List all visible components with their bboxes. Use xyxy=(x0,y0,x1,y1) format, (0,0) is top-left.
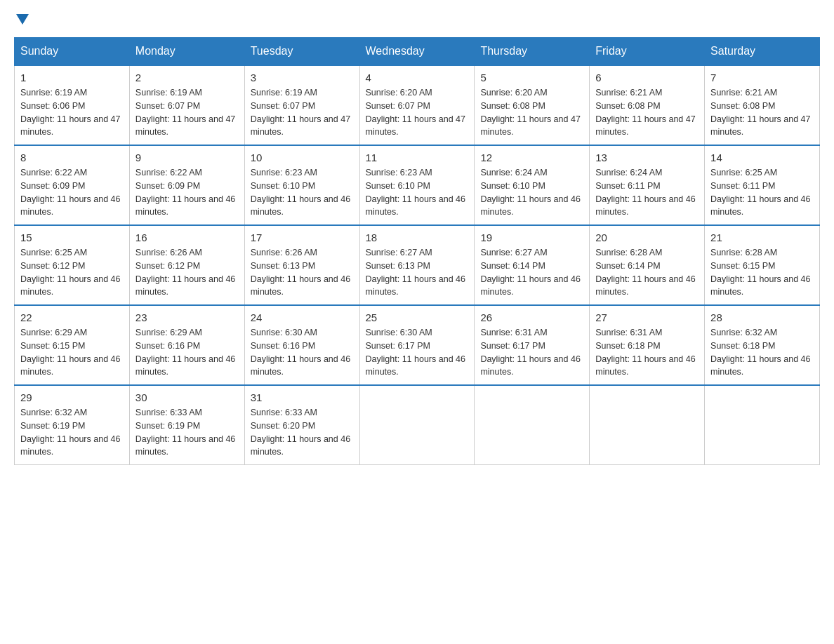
day-info: Sunrise: 6:23 AMSunset: 6:10 PMDaylight:… xyxy=(251,166,354,219)
day-info: Sunrise: 6:25 AMSunset: 6:11 PMDaylight:… xyxy=(710,166,814,219)
day-number: 26 xyxy=(480,311,583,323)
day-number: 1 xyxy=(20,72,124,83)
day-info: Sunrise: 6:21 AMSunset: 6:08 PMDaylight:… xyxy=(710,86,814,139)
day-number: 11 xyxy=(366,152,469,163)
calendar-cell xyxy=(475,385,590,465)
calendar-cell: 27Sunrise: 6:31 AMSunset: 6:18 PMDayligh… xyxy=(590,305,705,385)
day-number: 12 xyxy=(480,152,583,163)
day-number: 20 xyxy=(595,232,699,243)
day-number: 16 xyxy=(135,232,239,243)
day-number: 13 xyxy=(595,152,699,163)
column-header-sunday: Sunday xyxy=(15,38,130,66)
day-number: 15 xyxy=(20,232,124,243)
calendar-cell: 5Sunrise: 6:20 AMSunset: 6:08 PMDaylight… xyxy=(475,65,590,145)
day-info: Sunrise: 6:27 AMSunset: 6:14 PMDaylight:… xyxy=(480,246,583,299)
calendar-cell: 28Sunrise: 6:32 AMSunset: 6:18 PMDayligh… xyxy=(705,305,820,385)
day-info: Sunrise: 6:31 AMSunset: 6:17 PMDaylight:… xyxy=(480,326,583,379)
calendar-cell xyxy=(705,385,820,465)
day-info: Sunrise: 6:32 AMSunset: 6:18 PMDaylight:… xyxy=(710,326,814,379)
calendar-cell: 16Sunrise: 6:26 AMSunset: 6:12 PMDayligh… xyxy=(129,225,244,305)
day-info: Sunrise: 6:22 AMSunset: 6:09 PMDaylight:… xyxy=(135,166,239,219)
day-number: 4 xyxy=(366,72,469,83)
day-info: Sunrise: 6:23 AMSunset: 6:10 PMDaylight:… xyxy=(366,166,469,219)
calendar-cell: 19Sunrise: 6:27 AMSunset: 6:14 PMDayligh… xyxy=(475,225,590,305)
day-info: Sunrise: 6:33 AMSunset: 6:20 PMDaylight:… xyxy=(251,406,354,459)
day-number: 10 xyxy=(251,152,354,163)
day-number: 6 xyxy=(595,72,699,83)
calendar-cell xyxy=(590,385,705,465)
day-number: 17 xyxy=(251,232,354,243)
calendar-cell: 12Sunrise: 6:24 AMSunset: 6:10 PMDayligh… xyxy=(475,145,590,225)
calendar-body: 1Sunrise: 6:19 AMSunset: 6:06 PMDaylight… xyxy=(15,65,820,465)
day-number: 9 xyxy=(135,152,239,163)
day-info: Sunrise: 6:29 AMSunset: 6:15 PMDaylight:… xyxy=(20,326,124,379)
column-header-thursday: Thursday xyxy=(475,38,590,66)
calendar-cell: 14Sunrise: 6:25 AMSunset: 6:11 PMDayligh… xyxy=(705,145,820,225)
calendar-cell: 29Sunrise: 6:32 AMSunset: 6:19 PMDayligh… xyxy=(15,385,130,465)
calendar-cell: 23Sunrise: 6:29 AMSunset: 6:16 PMDayligh… xyxy=(129,305,244,385)
calendar-cell: 10Sunrise: 6:23 AMSunset: 6:10 PMDayligh… xyxy=(244,145,359,225)
column-header-wednesday: Wednesday xyxy=(359,38,475,66)
column-header-tuesday: Tuesday xyxy=(244,38,359,66)
calendar-cell: 20Sunrise: 6:28 AMSunset: 6:14 PMDayligh… xyxy=(590,225,705,305)
day-number: 29 xyxy=(20,391,124,403)
logo-triangle-icon xyxy=(16,14,29,25)
day-info: Sunrise: 6:20 AMSunset: 6:07 PMDaylight:… xyxy=(366,86,469,139)
day-info: Sunrise: 6:30 AMSunset: 6:17 PMDaylight:… xyxy=(366,326,469,379)
day-info: Sunrise: 6:24 AMSunset: 6:10 PMDaylight:… xyxy=(480,166,583,219)
calendar-week-row: 15Sunrise: 6:25 AMSunset: 6:12 PMDayligh… xyxy=(15,225,820,305)
day-number: 22 xyxy=(20,311,124,323)
calendar-cell: 30Sunrise: 6:33 AMSunset: 6:19 PMDayligh… xyxy=(129,385,244,465)
calendar-cell xyxy=(359,385,475,465)
day-info: Sunrise: 6:26 AMSunset: 6:13 PMDaylight:… xyxy=(251,246,354,299)
calendar-cell: 11Sunrise: 6:23 AMSunset: 6:10 PMDayligh… xyxy=(359,145,475,225)
day-number: 21 xyxy=(710,232,814,243)
day-info: Sunrise: 6:33 AMSunset: 6:19 PMDaylight:… xyxy=(135,406,239,459)
page-header xyxy=(14,14,820,23)
day-info: Sunrise: 6:24 AMSunset: 6:11 PMDaylight:… xyxy=(595,166,699,219)
calendar-cell: 26Sunrise: 6:31 AMSunset: 6:17 PMDayligh… xyxy=(475,305,590,385)
calendar-week-row: 1Sunrise: 6:19 AMSunset: 6:06 PMDaylight… xyxy=(15,65,820,145)
day-number: 2 xyxy=(135,72,239,83)
day-number: 31 xyxy=(251,391,354,403)
day-number: 28 xyxy=(710,311,814,323)
day-number: 18 xyxy=(366,232,469,243)
calendar-cell: 1Sunrise: 6:19 AMSunset: 6:06 PMDaylight… xyxy=(15,65,130,145)
day-info: Sunrise: 6:19 AMSunset: 6:07 PMDaylight:… xyxy=(251,86,354,139)
calendar-cell: 7Sunrise: 6:21 AMSunset: 6:08 PMDaylight… xyxy=(705,65,820,145)
calendar-week-row: 8Sunrise: 6:22 AMSunset: 6:09 PMDaylight… xyxy=(15,145,820,225)
calendar-cell: 25Sunrise: 6:30 AMSunset: 6:17 PMDayligh… xyxy=(359,305,475,385)
day-number: 24 xyxy=(251,311,354,323)
day-number: 7 xyxy=(710,72,814,83)
day-info: Sunrise: 6:20 AMSunset: 6:08 PMDaylight:… xyxy=(480,86,583,139)
calendar-cell: 21Sunrise: 6:28 AMSunset: 6:15 PMDayligh… xyxy=(705,225,820,305)
day-info: Sunrise: 6:30 AMSunset: 6:16 PMDaylight:… xyxy=(251,326,354,379)
calendar-cell: 6Sunrise: 6:21 AMSunset: 6:08 PMDaylight… xyxy=(590,65,705,145)
calendar-week-row: 22Sunrise: 6:29 AMSunset: 6:15 PMDayligh… xyxy=(15,305,820,385)
day-info: Sunrise: 6:28 AMSunset: 6:15 PMDaylight:… xyxy=(710,246,814,299)
calendar-cell: 9Sunrise: 6:22 AMSunset: 6:09 PMDaylight… xyxy=(129,145,244,225)
calendar-week-row: 29Sunrise: 6:32 AMSunset: 6:19 PMDayligh… xyxy=(15,385,820,465)
day-number: 27 xyxy=(595,311,699,323)
calendar-cell: 31Sunrise: 6:33 AMSunset: 6:20 PMDayligh… xyxy=(244,385,359,465)
day-info: Sunrise: 6:22 AMSunset: 6:09 PMDaylight:… xyxy=(20,166,124,219)
calendar-cell: 4Sunrise: 6:20 AMSunset: 6:07 PMDaylight… xyxy=(359,65,475,145)
day-info: Sunrise: 6:19 AMSunset: 6:07 PMDaylight:… xyxy=(135,86,239,139)
day-info: Sunrise: 6:28 AMSunset: 6:14 PMDaylight:… xyxy=(595,246,699,299)
day-number: 5 xyxy=(480,72,583,83)
day-number: 8 xyxy=(20,152,124,163)
calendar-cell: 13Sunrise: 6:24 AMSunset: 6:11 PMDayligh… xyxy=(590,145,705,225)
calendar-table: SundayMondayTuesdayWednesdayThursdayFrid… xyxy=(14,37,820,465)
calendar-cell: 15Sunrise: 6:25 AMSunset: 6:12 PMDayligh… xyxy=(15,225,130,305)
day-number: 3 xyxy=(251,72,354,83)
day-number: 23 xyxy=(135,311,239,323)
day-info: Sunrise: 6:21 AMSunset: 6:08 PMDaylight:… xyxy=(595,86,699,139)
day-number: 30 xyxy=(135,391,239,403)
day-number: 19 xyxy=(480,232,583,243)
column-header-friday: Friday xyxy=(590,38,705,66)
day-info: Sunrise: 6:31 AMSunset: 6:18 PMDaylight:… xyxy=(595,326,699,379)
calendar-cell: 2Sunrise: 6:19 AMSunset: 6:07 PMDaylight… xyxy=(129,65,244,145)
calendar-cell: 22Sunrise: 6:29 AMSunset: 6:15 PMDayligh… xyxy=(15,305,130,385)
day-info: Sunrise: 6:25 AMSunset: 6:12 PMDaylight:… xyxy=(20,246,124,299)
calendar-cell: 8Sunrise: 6:22 AMSunset: 6:09 PMDaylight… xyxy=(15,145,130,225)
